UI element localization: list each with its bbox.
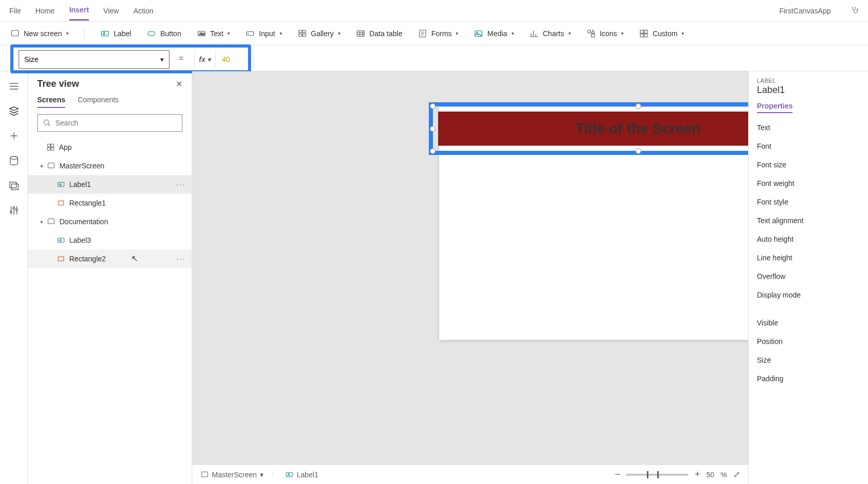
insert-datatable-button[interactable]: Data table: [356, 29, 402, 38]
prop-font[interactable]: Font: [757, 137, 868, 155]
property-selector-input[interactable]: [24, 55, 138, 64]
fx-icon[interactable]: fx▾: [194, 50, 215, 69]
tree-view-panel: Tree view ✕ Screens Components App ▾ Mas…: [28, 71, 192, 484]
data-icon[interactable]: [8, 155, 20, 166]
properties-name[interactable]: Label1: [757, 85, 868, 96]
tree-control-rectangle1[interactable]: Rectangle1: [28, 194, 192, 212]
app-icon: [47, 143, 55, 151]
screen-icon: [47, 217, 55, 226]
menu-file[interactable]: File: [9, 2, 21, 20]
menu-insert[interactable]: Insert: [69, 1, 89, 21]
label-icon: [57, 236, 65, 244]
insert-label-text: Label: [114, 29, 131, 38]
breadcrumb-screen-label: MasterScreen: [212, 471, 257, 479]
insert-gallery-label: Gallery: [311, 29, 334, 38]
zoom-in-button[interactable]: +: [694, 469, 700, 480]
prop-font-size[interactable]: Font size: [757, 155, 868, 174]
insert-charts-button[interactable]: Charts ▾: [530, 29, 571, 38]
property-selector[interactable]: ▾: [19, 50, 169, 69]
svg-rect-29: [51, 144, 54, 147]
new-screen-button[interactable]: New screen ▾: [10, 29, 69, 38]
svg-point-25: [13, 208, 15, 210]
chevron-down-icon[interactable]: ▾: [40, 163, 43, 169]
prop-line-height[interactable]: Line height: [757, 248, 868, 267]
fit-screen-icon[interactable]: ⤢: [733, 470, 740, 479]
chevron-down-icon[interactable]: ▾: [160, 55, 164, 64]
breadcrumb-bar: MasterScreen ▾ 〉 Label1 − + 50 % ⤢: [192, 464, 748, 484]
prop-text[interactable]: Text: [757, 118, 868, 137]
chevron-down-icon: ▾: [512, 30, 514, 36]
formula-input-area[interactable]: [253, 50, 868, 69]
prop-display-mode[interactable]: Display mode: [757, 286, 868, 304]
chevron-down-icon[interactable]: ▾: [260, 471, 264, 479]
insert-pane-icon[interactable]: [8, 130, 20, 142]
svg-rect-37: [58, 257, 64, 261]
resize-handle[interactable]: [430, 148, 436, 154]
breadcrumb-control[interactable]: Label1: [285, 471, 318, 479]
menu-action[interactable]: Action: [133, 2, 153, 20]
tree-control-rectangle2[interactable]: Rectangle2 ↖ ···: [28, 249, 192, 268]
formula-bar: ▾ = fx▾ 40: [0, 45, 868, 71]
chevron-down-icon: ▾: [338, 30, 340, 36]
tree-control-label3[interactable]: Label3: [28, 231, 192, 249]
prop-overflow[interactable]: Overflow: [757, 267, 868, 286]
menu-view[interactable]: View: [103, 2, 119, 20]
resize-handle[interactable]: [430, 103, 436, 109]
app-checker-icon[interactable]: [850, 6, 859, 15]
tab-components[interactable]: Components: [78, 96, 118, 108]
insert-button-button[interactable]: Button: [147, 29, 181, 38]
tree-control-label1[interactable]: Label1 ···: [28, 175, 192, 194]
more-icon[interactable]: ···: [176, 255, 185, 263]
svg-rect-18: [644, 30, 647, 33]
prop-visible[interactable]: Visible: [757, 314, 868, 332]
tree-screen-documentation[interactable]: ▾ Documentation: [28, 212, 192, 231]
tree-item-label: App: [59, 143, 72, 151]
insert-icons-button[interactable]: Icons ▾: [586, 29, 624, 38]
prop-text-alignment[interactable]: Text alignment: [757, 211, 868, 230]
prop-size[interactable]: Size: [757, 351, 868, 369]
canvas[interactable]: Title of the Screen MasterScreen ▾ 〉 Lab…: [192, 71, 748, 484]
tree-view-icon[interactable]: [8, 105, 20, 117]
tree-search-input[interactable]: [55, 119, 177, 127]
insert-forms-button[interactable]: Forms ▾: [418, 29, 459, 38]
insert-media-button[interactable]: Media ▾: [474, 29, 514, 38]
media-pane-icon[interactable]: [8, 180, 20, 191]
equals-sign: =: [179, 54, 183, 63]
tree-screen-masterscreen[interactable]: ▾ MasterScreen: [28, 157, 192, 175]
prop-font-style[interactable]: Font style: [757, 193, 868, 211]
tree-app-node[interactable]: App: [28, 138, 192, 157]
properties-tab[interactable]: Properties: [757, 102, 793, 113]
insert-text-button[interactable]: Abc Text ▾: [197, 29, 230, 38]
svg-point-26: [16, 209, 18, 211]
chevron-down-icon: ▾: [621, 30, 624, 36]
prop-font-weight[interactable]: Font weight: [757, 174, 868, 193]
prop-position[interactable]: Position: [757, 332, 868, 351]
insert-input-button[interactable]: Input ▾: [245, 29, 282, 38]
svg-point-27: [44, 120, 49, 124]
formula-value[interactable]: 40: [215, 50, 236, 69]
chevron-down-icon: ▾: [227, 30, 230, 36]
close-icon[interactable]: ✕: [176, 79, 182, 89]
svg-point-15: [587, 30, 591, 33]
insert-custom-button[interactable]: Custom ▾: [639, 29, 684, 38]
zoom-slider[interactable]: [626, 474, 688, 476]
breadcrumb-control-label: Label1: [297, 471, 318, 479]
advanced-tools-icon[interactable]: [8, 205, 20, 216]
selected-label-control[interactable]: Title of the Screen: [429, 102, 748, 155]
svg-rect-32: [48, 163, 54, 168]
resize-handle[interactable]: [430, 126, 436, 132]
insert-label-button[interactable]: Label: [100, 29, 131, 38]
resize-handle[interactable]: [636, 103, 641, 109]
hamburger-icon[interactable]: [8, 81, 20, 92]
tab-screens[interactable]: Screens: [37, 96, 65, 108]
resize-handle[interactable]: [636, 148, 641, 154]
tree-search[interactable]: [37, 114, 182, 132]
chevron-down-icon[interactable]: ▾: [40, 219, 43, 225]
more-icon[interactable]: ···: [176, 180, 185, 189]
prop-padding[interactable]: Padding: [757, 369, 868, 388]
zoom-out-button[interactable]: −: [615, 469, 621, 480]
insert-gallery-button[interactable]: Gallery ▾: [298, 29, 340, 38]
breadcrumb-screen[interactable]: MasterScreen ▾: [200, 471, 264, 479]
prop-auto-height[interactable]: Auto height: [757, 230, 868, 248]
menu-home[interactable]: Home: [36, 2, 55, 20]
